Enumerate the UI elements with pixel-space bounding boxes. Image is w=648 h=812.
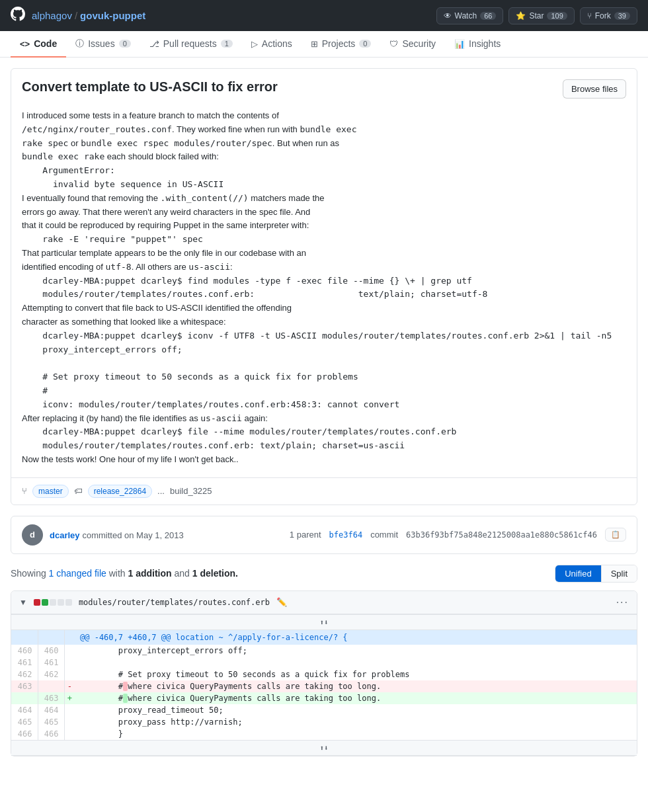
user-link[interactable]: alphagov xyxy=(32,10,72,21)
commit-meta-row: ⑂ master 🏷 release_22864 ... build_3225 xyxy=(11,478,637,505)
tab-pull-requests[interactable]: ⎇ Pull requests 1 xyxy=(140,31,242,58)
expand-icon-top: ⬆⬇ xyxy=(319,618,328,627)
commit-title: Convert template to US-ASCII to fix erro… xyxy=(22,79,278,95)
tab-projects[interactable]: ⊞ Projects 0 xyxy=(302,31,381,58)
commit-label: commit xyxy=(370,530,398,540)
insights-icon: 📊 xyxy=(454,39,465,49)
file-diff-header: ▼ modules/router/templates/routes.conf.e… xyxy=(11,591,637,614)
nav-tabs: <> Code ⓘ Issues 0 ⎇ Pull requests 1 ▷ A… xyxy=(0,31,648,58)
branch-icon: ⑂ xyxy=(22,486,27,496)
commit-header-card: Convert template to US-ASCII to fix erro… xyxy=(11,68,637,505)
diff-line-463-add: 463 + # where civica QueryPayments calls… xyxy=(11,692,637,704)
file-path: modules/router/templates/routes.conf.erb xyxy=(79,598,270,607)
content-466: } xyxy=(75,728,637,741)
fork-button[interactable]: ⑂ Fork 39 xyxy=(580,7,637,24)
content-463-del: # where civica QueryPayments calls are t… xyxy=(75,680,637,692)
commit-body-code-8: us-ascii xyxy=(200,413,242,423)
commit-body-code-6: utf-8 xyxy=(105,262,131,272)
commit-body-pre-1: ArgumentError: invalid byte sequence in … xyxy=(22,164,626,192)
stat-sq-gray-3 xyxy=(65,599,72,606)
tab-actions-label: Actions xyxy=(262,38,292,49)
hunk-sign xyxy=(64,629,75,645)
split-button[interactable]: Split xyxy=(601,565,637,582)
old-line-num-463-add xyxy=(11,692,38,704)
watch-label: Watch xyxy=(455,11,477,20)
header-left: alphagov / govuk-puppet xyxy=(11,7,145,24)
and-label: and xyxy=(174,568,189,579)
projects-icon: ⊞ xyxy=(311,39,318,49)
diff-line-466-normal: 466 466 } xyxy=(11,728,637,741)
copy-sha-button[interactable]: 📋 xyxy=(605,528,626,542)
actions-icon: ▷ xyxy=(251,39,258,49)
issues-icon: ⓘ xyxy=(75,38,84,50)
file-diff-actions: ··· xyxy=(616,596,629,608)
collapse-file-button[interactable]: ▼ xyxy=(19,598,27,607)
sign-463-add: + xyxy=(64,692,75,704)
tab-issues[interactable]: ⓘ Issues 0 xyxy=(66,31,140,58)
content-463-add: # where civica QueryPayments calls are t… xyxy=(75,692,637,704)
old-line-num-460: 460 xyxy=(11,645,38,657)
unified-button[interactable]: Unified xyxy=(555,565,600,582)
commit-body-line-1: I introduced some tests in a feature bra… xyxy=(22,109,626,164)
breadcrumb-separator: / xyxy=(75,10,77,21)
tab-security[interactable]: 🛡 Security xyxy=(380,31,445,58)
tab-projects-label: Projects xyxy=(322,38,356,49)
tab-actions[interactable]: ▷ Actions xyxy=(242,31,302,58)
tab-pull-requests-label: Pull requests xyxy=(163,38,217,49)
commit-author-row: d dcarley committed on May 1, 2013 1 par… xyxy=(11,516,637,554)
expand-icon-bottom: ⬆⬇ xyxy=(319,744,328,752)
committed-label: committed on xyxy=(82,530,136,540)
repo-link[interactable]: govuk-puppet xyxy=(80,10,145,21)
hunk-header-content: @@ -460,7 +460,7 @@ location ~ ^/apply-f… xyxy=(75,629,637,645)
watch-button[interactable]: 👁 Watch 66 xyxy=(436,7,504,24)
diff-line-464-normal: 464 464 proxy_read_timeout 50; xyxy=(11,704,637,716)
commit-body-line-3: That particular template appears to be t… xyxy=(22,247,626,274)
parent-sha-link[interactable]: bfe3f64 xyxy=(329,530,363,540)
diff-controls: Showing 1 changed file with 1 addition a… xyxy=(11,565,637,583)
issues-count-badge: 0 xyxy=(119,40,131,48)
tab-insights-label: Insights xyxy=(469,38,501,49)
pull-requests-icon: ⎇ xyxy=(149,39,159,49)
old-line-num-462: 462 xyxy=(11,669,38,680)
fork-icon: ⑂ xyxy=(587,11,592,20)
hunk-new-num xyxy=(38,629,64,645)
commit-body-line-6: Now the tests work! One hour of my life … xyxy=(22,453,626,467)
tab-insights[interactable]: 📊 Insights xyxy=(445,31,510,58)
commit-body-code-3: bundle exec rspec modules/router/spec xyxy=(81,138,272,148)
commit-body-code-4: bundle exec rake xyxy=(22,151,104,161)
star-count-badge: 109 xyxy=(547,12,567,20)
diff-line-460-normal: 460 460 proxy_intercept_errors off; xyxy=(11,645,637,657)
commit-body-line-2: I eventually found that removing the .wi… xyxy=(22,192,626,233)
content-462: # Set proxy timeout to 50 seconds as a q… xyxy=(75,669,637,680)
stat-sq-red-1 xyxy=(34,599,40,606)
old-line-num-465: 465 xyxy=(11,716,38,728)
browse-files-button[interactable]: Browse files xyxy=(563,79,626,99)
with-label: with xyxy=(109,568,128,579)
file-diff: ▼ modules/router/templates/routes.conf.e… xyxy=(11,590,637,756)
commit-title-row: Convert template to US-ASCII to fix erro… xyxy=(11,69,637,109)
expand-row-top: ⬆⬇ xyxy=(11,614,637,629)
main-content: Convert template to US-ASCII to fix erro… xyxy=(0,58,648,778)
tab-code-label: Code xyxy=(34,38,57,49)
star-button[interactable]: ⭐ Star 109 xyxy=(508,7,574,24)
commit-body-pre-3: dcarley-MBA:puppet dcarley$ find modules… xyxy=(22,274,626,302)
sign-466 xyxy=(64,728,75,741)
site-header: alphagov / govuk-puppet 👁 Watch 66 ⭐ Sta… xyxy=(0,0,648,31)
diff-line-461-normal: 461 461 xyxy=(11,657,637,669)
commit-body-code-5: .with_content(//) xyxy=(161,193,249,203)
commit-body-line-4: Attempting to convert that file back to … xyxy=(22,302,626,329)
content-460: proxy_intercept_errors off; xyxy=(75,645,637,657)
tab-code[interactable]: <> Code xyxy=(11,31,66,58)
more-options-icon[interactable]: ··· xyxy=(616,596,629,608)
commit-body-line-5: After replacing it (by hand) the file id… xyxy=(22,412,626,426)
new-line-num-463-add: 463 xyxy=(38,692,64,704)
author-name-link[interactable]: dcarley xyxy=(50,530,80,540)
pull-requests-count-badge: 1 xyxy=(221,40,233,48)
build-label: build_3225 xyxy=(170,486,212,496)
diff-view-toggle: Unified Split xyxy=(555,565,637,583)
projects-count-badge: 0 xyxy=(359,40,371,48)
watch-count-badge: 66 xyxy=(480,12,496,20)
avatar: d xyxy=(22,524,43,546)
diff-line-463-del: 463 - # where civica QueryPayments calls… xyxy=(11,680,637,692)
sign-464 xyxy=(64,704,75,716)
